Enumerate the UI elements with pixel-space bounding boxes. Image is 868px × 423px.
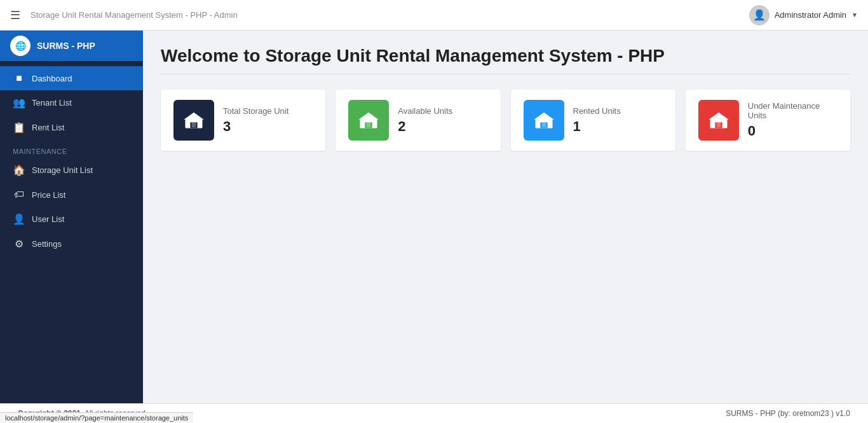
admin-dropdown-arrow-icon[interactable]: ▼ bbox=[851, 11, 858, 18]
stat-info-rented: Rented Units 1 bbox=[573, 106, 621, 135]
stat-label-rented: Rented Units bbox=[573, 106, 621, 116]
sidebar-item-tenant-list[interactable]: 👥 Tenant List bbox=[0, 90, 143, 115]
topnav-right: 👤 Adminstrator Admin ▼ bbox=[749, 5, 858, 25]
warehouse-maintenance-icon bbox=[707, 109, 730, 132]
stat-value-total-storage: 3 bbox=[223, 118, 288, 135]
sidebar-item-user-list[interactable]: 👤 User List bbox=[0, 207, 143, 232]
stat-icon-available bbox=[348, 100, 389, 141]
stat-label-maintenance: Under Maintenance Units bbox=[748, 101, 837, 120]
stat-label-available: Available Units bbox=[398, 106, 452, 116]
svg-rect-7 bbox=[367, 122, 371, 127]
brand-name: SURMS - PHP bbox=[37, 41, 95, 51]
stat-icon-maintenance bbox=[698, 100, 739, 141]
main-content: Welcome to Storage Unit Rental Managemen… bbox=[143, 31, 868, 403]
tenant-list-icon: 👥 bbox=[13, 97, 25, 109]
price-list-icon: 🏷 bbox=[13, 189, 25, 200]
sidebar-brand: 🌐 SURMS - PHP bbox=[0, 31, 143, 61]
stat-card-rented: Rented Units 1 bbox=[511, 90, 675, 151]
sidebar-section-maintenance: Maintenance bbox=[0, 140, 143, 158]
sidebar-item-label-dashboard: Dashboard bbox=[32, 74, 72, 83]
stat-card-maintenance: Under Maintenance Units 0 bbox=[686, 90, 850, 151]
sidebar-item-label-price: Price List bbox=[32, 190, 65, 200]
sidebar: 🌐 SURMS - PHP ■ Dashboard 👥 Tenant List … bbox=[0, 31, 143, 403]
avatar: 👤 bbox=[749, 5, 770, 25]
brand-icon: 🌐 bbox=[10, 36, 31, 56]
footer-version: SURMS - PHP (by: oretnom23 ) v1.0 bbox=[726, 409, 850, 418]
sidebar-item-label-user: User List bbox=[32, 214, 64, 224]
stat-icon-total-storage bbox=[173, 100, 214, 141]
stat-card-total-storage: Total Storage Unit 3 bbox=[161, 90, 325, 151]
storage-unit-list-icon: 🏠 bbox=[13, 164, 25, 176]
svg-rect-3 bbox=[192, 122, 196, 127]
warehouse-icon bbox=[182, 109, 205, 132]
settings-icon: ⚙ bbox=[13, 238, 25, 250]
sidebar-item-settings[interactable]: ⚙ Settings bbox=[0, 232, 143, 256]
topnav-title: Storage Unit Rental Management System - … bbox=[31, 10, 238, 20]
sidebar-item-storage-unit-list[interactable]: 🏠 Storage Unit List bbox=[0, 158, 143, 183]
stat-info-available: Available Units 2 bbox=[398, 106, 452, 135]
svg-rect-11 bbox=[541, 122, 546, 127]
footer-version-label: SURMS - PHP (by: oretnom23 ) v1.0 bbox=[726, 409, 850, 418]
stat-value-rented: 1 bbox=[573, 118, 621, 135]
sidebar-item-rent-list[interactable]: 📋 Rent List bbox=[0, 115, 143, 140]
sidebar-item-price-list[interactable]: 🏷 Price List bbox=[0, 183, 143, 207]
svg-marker-13 bbox=[709, 113, 729, 120]
url-hint: localhost/storage/admin/?page=maintenanc… bbox=[0, 412, 193, 423]
hamburger-icon[interactable]: ☰ bbox=[10, 8, 20, 22]
page-title: Welcome to Storage Unit Rental Managemen… bbox=[161, 46, 850, 74]
rent-list-icon: 📋 bbox=[13, 121, 25, 134]
sidebar-item-label-rent: Rent List bbox=[32, 123, 64, 132]
admin-name[interactable]: Adminstrator Admin bbox=[775, 10, 846, 20]
svg-rect-15 bbox=[716, 122, 721, 127]
user-list-icon: 👤 bbox=[13, 213, 25, 225]
stat-value-maintenance: 0 bbox=[748, 123, 837, 139]
stat-info-maintenance: Under Maintenance Units 0 bbox=[748, 101, 837, 139]
sidebar-nav: ■ Dashboard 👥 Tenant List 📋 Rent List Ma… bbox=[0, 61, 143, 403]
svg-marker-5 bbox=[359, 113, 379, 120]
sidebar-item-label-storage: Storage Unit List bbox=[32, 165, 93, 175]
topnav-left: ☰ Storage Unit Rental Management System … bbox=[10, 8, 238, 22]
stat-cards: Total Storage Unit 3 Available Units 2 bbox=[161, 90, 850, 151]
stat-icon-rented bbox=[524, 100, 564, 141]
sidebar-item-label-settings: Settings bbox=[32, 239, 62, 249]
sidebar-item-dashboard[interactable]: ■ Dashboard bbox=[0, 66, 143, 90]
sidebar-item-label-tenant: Tenant List bbox=[32, 98, 72, 107]
svg-marker-9 bbox=[534, 113, 554, 120]
warehouse-available-icon bbox=[357, 109, 380, 132]
stat-label-total-storage: Total Storage Unit bbox=[223, 106, 288, 116]
stat-info-total-storage: Total Storage Unit 3 bbox=[223, 106, 288, 135]
warehouse-rented-icon bbox=[532, 109, 555, 132]
top-navbar: ☰ Storage Unit Rental Management System … bbox=[0, 0, 868, 31]
svg-marker-1 bbox=[184, 113, 204, 120]
stat-card-available: Available Units 2 bbox=[336, 90, 500, 151]
stat-value-available: 2 bbox=[398, 118, 452, 135]
layout: 🌐 SURMS - PHP ■ Dashboard 👥 Tenant List … bbox=[0, 31, 868, 403]
dashboard-icon: ■ bbox=[13, 73, 25, 84]
